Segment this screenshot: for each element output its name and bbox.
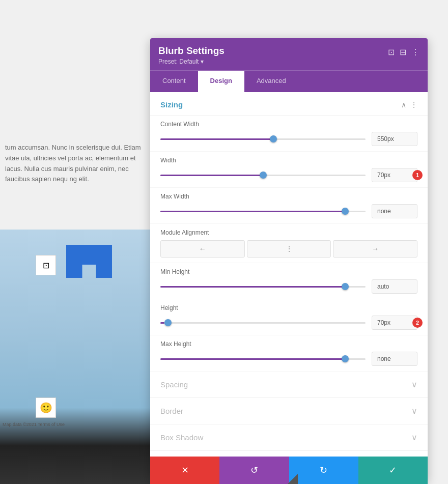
section-controls: ∧ ⋮ [401,101,417,109]
border-section[interactable]: Border ∨ [150,398,428,424]
slider-fill [160,138,273,140]
content-width-input[interactable] [372,132,417,146]
panel-body: Sizing ∧ ⋮ Content Width Width [150,92,428,481]
fullscreen-icon[interactable]: ⊡ [388,47,395,57]
slider-thumb[interactable] [342,355,349,362]
collapse-icon[interactable]: ∧ [401,101,406,109]
height-value-container: 2 [372,316,417,330]
content-width-row: Content Width [150,116,428,152]
slider-track [160,211,366,212]
max-width-label: Max Width [160,193,417,200]
spacing-title: Spacing [160,380,188,389]
max-width-row: Max Width [150,188,428,224]
blue-shape [66,245,112,278]
save-button[interactable]: ✓ [358,457,428,484]
width-badge: 1 [412,170,423,180]
panel-preset[interactable]: Preset: Default ▾ [158,58,225,65]
slider-track [160,138,366,140]
max-width-input[interactable] [372,204,417,218]
max-height-row: Max Height [150,335,428,372]
slider-track [160,286,366,288]
tab-advanced[interactable]: Advanced [244,71,298,92]
map-attribution: Map data ©2021 Terms of Use [0,421,67,428]
height-slider[interactable] [160,318,366,328]
slider-thumb[interactable] [342,283,349,290]
height-label: Height [160,304,417,311]
section-menu-icon[interactable]: ⋮ [410,101,417,109]
slider-fill [160,286,345,288]
tab-design[interactable]: Design [198,71,244,92]
sizing-section-header: Sizing ∧ ⋮ [150,92,428,116]
max-width-slider[interactable] [160,206,366,216]
slider-fill [160,175,263,176]
max-height-label: Max Height [160,340,417,348]
min-height-slider-row [160,279,417,294]
bottom-toolbar: ✕ ↺ ↻ ✓ [150,457,428,484]
max-height-input[interactable] [372,352,417,366]
slider-thumb[interactable] [164,319,172,326]
box-shadow-title: Box Shadow [160,433,203,442]
more-options-icon[interactable]: ⋮ [411,47,419,57]
border-title: Border [160,407,183,415]
width-label: Width [160,157,417,164]
max-height-slider-row [160,352,417,366]
min-height-row: Min Height [150,263,428,299]
sizing-title: Sizing [160,100,183,109]
width-slider-row: 1 [160,168,417,182]
module-alignment-row: Module Alignment ← ⋮ → [150,224,428,263]
min-height-slider[interactable] [160,281,366,292]
panel-header: Blurb Settings Preset: Default ▾ ⊡ ⊟ ⋮ [150,38,428,70]
cancel-button[interactable]: ✕ [150,457,219,484]
slider-fill [160,322,164,324]
box-shadow-chevron: ∨ [411,433,417,442]
module-alignment-label: Module Alignment [160,229,417,236]
align-center-button[interactable]: ⋮ [247,240,331,258]
layout-icon[interactable]: ⊟ [400,47,406,57]
tab-content[interactable]: Content [150,71,198,92]
border-chevron: ∨ [411,406,417,416]
redo-button[interactable]: ↻ [289,457,358,484]
height-slider-row: 2 [160,316,417,330]
content-width-slider-row [160,132,417,146]
box-shadow-section[interactable]: Box Shadow ∨ [150,424,428,451]
width-row: Width 1 [150,152,428,188]
slider-fill [160,358,345,360]
align-right-button[interactable]: → [333,240,417,258]
spacing-section[interactable]: Spacing ∨ [150,372,428,398]
slider-thumb[interactable] [270,135,277,143]
height-badge: 2 [412,318,423,328]
max-height-slider[interactable] [160,354,366,364]
align-left-button[interactable]: ← [160,240,245,258]
slider-track [160,322,366,324]
height-row: Height 2 [150,299,428,335]
width-value-container: 1 [372,168,417,182]
slider-thumb[interactable] [342,208,349,215]
slider-track [160,175,366,176]
width-slider[interactable] [160,170,366,180]
min-height-label: Min Height [160,268,417,275]
panel-title: Blurb Settings [158,45,225,56]
map-person-icon: 🙂 [36,397,56,418]
slider-track [160,358,366,360]
map-expand-icon[interactable]: ⊡ [36,255,56,275]
panel-header-left: Blurb Settings Preset: Default ▾ [158,45,225,65]
spacing-chevron: ∨ [411,380,417,389]
content-width-label: Content Width [160,121,417,128]
min-height-input[interactable] [372,279,417,294]
tabs-bar: Content Design Advanced [150,70,428,92]
alignment-buttons: ← ⋮ → [160,240,417,258]
width-input[interactable] [372,168,417,182]
height-input[interactable] [372,316,417,330]
blurb-settings-panel: Blurb Settings Preset: Default ▾ ⊡ ⊟ ⋮ C… [150,38,428,481]
max-width-slider-row [160,204,417,218]
left-content-area: tum accumsan. Nunc in scelerisque dui. E… [0,0,153,484]
left-text: tum accumsan. Nunc in scelerisque dui. E… [0,137,153,190]
slider-fill [160,211,345,212]
panel-header-icons: ⊡ ⊟ ⋮ [388,47,419,57]
undo-button[interactable]: ↺ [219,457,289,484]
map-area: ⊡ 🙂 Map data ©2021 Terms of Use [0,230,153,484]
slider-thumb[interactable] [260,172,267,179]
content-width-slider[interactable] [160,134,366,144]
